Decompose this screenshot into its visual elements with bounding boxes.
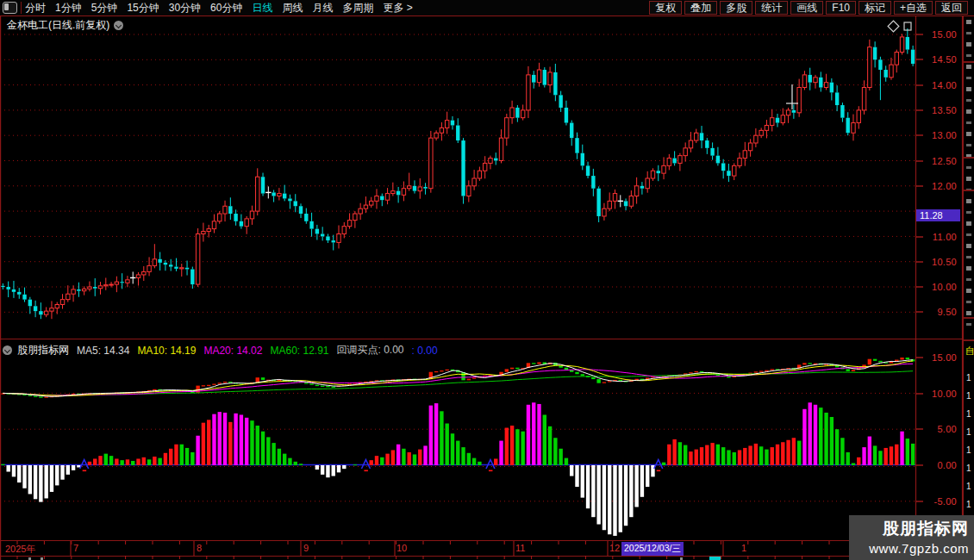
price-badge: 11.28 (916, 209, 960, 221)
main-y-tick-12.00: 12.00 (917, 181, 957, 191)
bottom-cutoff-strip (0, 557, 974, 560)
toolbar-button-7[interactable]: 标记 (858, 1, 891, 15)
period-tab-1[interactable]: 分时 (25, 1, 46, 16)
toolbar-button-2[interactable]: 叠加 (684, 1, 717, 15)
toolbar-divider (21, 2, 22, 14)
x-axis-month-12: 12 (609, 543, 620, 553)
indicator-value-1: MA5: 14.34 (77, 345, 129, 357)
cutoff-volume-fragment (709, 557, 721, 560)
period-tab-6[interactable]: 60分钟 (210, 1, 242, 16)
indicator-header: 股朋指标网MA5: 14.34MA10: 14.19MA20: 14.02MA6… (3, 343, 446, 358)
main-y-tick-15.00: 15.00 (917, 29, 957, 40)
watermark: 股朋指标网 www.7gpzb.com (849, 515, 974, 560)
edge-digit: 1 (966, 373, 971, 383)
edge-digit: 1 (966, 409, 971, 419)
indicator-collapse-icon[interactable] (3, 345, 12, 355)
edge-digit: 1 (966, 391, 971, 401)
watermark-site-name: 股朋指标网 (849, 518, 969, 540)
chart-title-row: 金杯电工(日线.前复权) (7, 18, 123, 33)
ind-y-tick--5.00: -5.00 (917, 496, 957, 507)
top-toolbar: 分时1分钟5分钟15分钟30分钟60分钟日线周线月线多周期更多 > 复权叠加多股… (0, 0, 974, 16)
period-tab-11[interactable]: 更多 > (383, 1, 412, 16)
edge-digit: 1 (966, 445, 971, 455)
main-y-tick-14.50: 14.50 (917, 54, 957, 65)
period-tab-10[interactable]: 多周期 (342, 1, 373, 16)
page-title: 金杯电工(日线.前复权) (7, 18, 109, 33)
ind-y-tick-5.00: 5.00 (917, 424, 957, 434)
edge-digit: 1 (966, 500, 971, 509)
x-axis-month-9: 9 (303, 543, 309, 553)
period-tab-2[interactable]: 1分钟 (55, 1, 82, 16)
period-tab-5[interactable]: 30分钟 (169, 1, 201, 16)
edge-digit: 1 (966, 464, 971, 473)
x-axis-month-8: 8 (197, 543, 202, 553)
main-y-tick-9.50: 9.50 (917, 307, 957, 317)
period-tab-8[interactable]: 周线 (282, 1, 303, 16)
window-layout-icon[interactable] (3, 2, 17, 14)
indicator-value-2: MA10: 14.19 (137, 345, 196, 357)
ind-y-tick-10.00: 10.00 (917, 389, 957, 399)
indicator-value-4: MA60: 12.91 (270, 345, 328, 357)
toolbar-button-9[interactable]: 返回 (935, 1, 968, 15)
period-tab-3[interactable]: 5分钟 (91, 1, 118, 16)
period-menu: 分时1分钟5分钟15分钟30分钟60分钟日线周线月线多周期更多 > (25, 1, 422, 16)
x-axis-month-7: 7 (73, 543, 78, 553)
main-y-tick-12.50: 12.50 (917, 156, 957, 166)
watermark-url: www.7gpzb.com (849, 541, 969, 556)
toolbar-button-3[interactable]: 多股 (720, 1, 752, 15)
ind-y-tick-15.00: 15.00 (917, 352, 957, 363)
date-badge: 2025/12/03/三 (621, 542, 684, 556)
edge-digit: 1 (966, 482, 971, 491)
x-axis-month-11: 11 (515, 543, 525, 553)
app-window: { "toolbar": { "periods": [ {"label":"分时… (0, 0, 974, 560)
indicator-name: 股朋指标网 (17, 343, 69, 358)
indicator-value-6: : 0.00 (412, 345, 438, 357)
toolbar-button-8[interactable]: +自选 (894, 1, 933, 15)
x-axis-year-label: 2025年 (5, 543, 35, 556)
toolbar-button-5[interactable]: 画线 (790, 1, 823, 15)
x-axis-month-10: 10 (396, 543, 407, 553)
main-y-tick-14.00: 14.00 (917, 80, 957, 90)
ind-y-tick-0.00: 0.00 (917, 460, 957, 470)
toolbar-button-6[interactable]: F10 (826, 1, 856, 15)
toolbar-button-1[interactable]: 复权 (649, 1, 682, 15)
indicator-value-5: 回调买点: 0.00 (337, 343, 404, 358)
main-y-tick-10.50: 10.50 (917, 257, 957, 267)
chart-canvas[interactable] (0, 0, 974, 560)
main-y-tick-13.50: 13.50 (917, 105, 957, 115)
chevron-down-icon[interactable] (114, 21, 123, 30)
right-edge-panel[interactable]: 自 1111111111 (963, 16, 974, 560)
main-y-tick-13.00: 13.00 (917, 130, 957, 140)
indicator-value-3: MA20: 14.02 (203, 345, 262, 357)
edge-text-fragments (966, 20, 971, 330)
main-y-tick-10.00: 10.00 (917, 282, 957, 292)
toolbar-button-4[interactable]: 统计 (755, 1, 788, 15)
edge-char: 自 (965, 345, 974, 358)
x-axis-month-1: 1 (741, 543, 746, 553)
period-tab-7[interactable]: 日线 (252, 1, 272, 16)
main-y-tick-11.00: 11.00 (917, 232, 957, 242)
period-tab-9[interactable]: 月线 (312, 1, 333, 16)
toolbar-right-buttons: 复权叠加多股统计画线F10标记+自选返回 (649, 1, 968, 15)
period-tab-4[interactable]: 15分钟 (127, 1, 159, 16)
edge-digit: 1 (966, 427, 971, 437)
